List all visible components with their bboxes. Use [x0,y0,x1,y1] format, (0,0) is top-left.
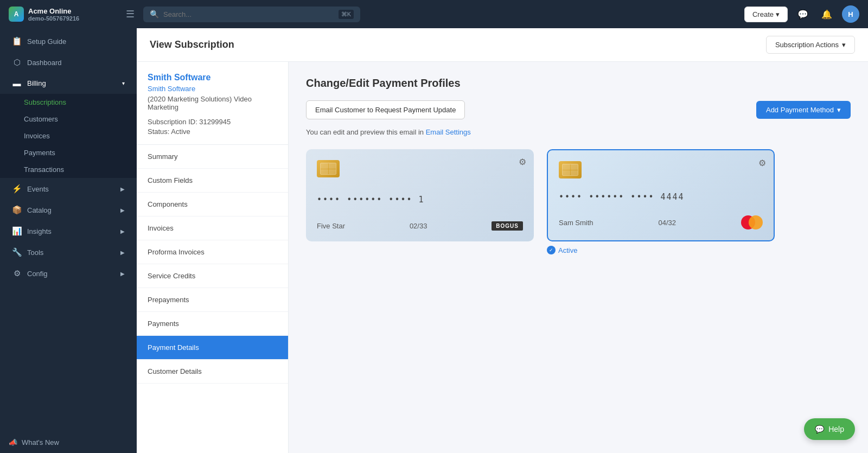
app-subtitle: demo-5057679216 [28,15,79,22]
topbar-actions: Create ▾ 💬 🔔 H [744,5,859,23]
sidebar: 📋 Setup Guide ⬡ Dashboard ▬ Billing ▾ Su… [0,28,137,453]
whats-new-icon: 📣 [9,438,17,446]
sidebar-item-billing[interactable]: ▬ Billing ▾ [3,73,133,93]
create-button[interactable]: Create ▾ [744,7,788,22]
card-chip-2 [559,161,582,178]
sidebar-child-customers[interactable]: Customers [0,111,137,127]
nav-item-proforma-invoices[interactable]: Proforma Invoices [137,240,288,264]
insights-chevron-icon: ▶ [120,228,125,234]
menu-icon[interactable]: ☰ [124,6,137,22]
card-settings-icon-1[interactable]: ⚙ [519,157,526,167]
subscription-status: Status: Active [148,127,277,136]
nav-item-payments[interactable]: Payments [137,312,288,336]
chip-inner-2 [562,164,578,176]
search-box[interactable]: 🔍 ⌘K [143,7,360,22]
sidebar-item-insights[interactable]: 📊 Insights ▶ [3,221,133,241]
active-dot-icon: ✓ [547,246,556,254]
sidebar-item-tools[interactable]: 🔧 Tools ▶ [3,242,133,263]
left-panel: Smith Software Smith Software (2020 Mark… [137,62,289,453]
dropdown-chevron-icon: ▾ [842,41,846,49]
payment-card-1: ⚙ •••• •••••• •••• 1 [306,149,534,254]
sidebar-child-subscriptions[interactable]: Subscriptions [0,94,137,111]
sidebar-label-config: Config [27,270,115,278]
card-number-1: •••• •••••• •••• 1 [317,195,523,205]
search-input[interactable] [163,10,334,18]
card-chip-1 [317,160,340,177]
chip-inner-1 [320,163,336,175]
email-customer-button[interactable]: Email Customer to Request Payment Update [306,100,465,119]
nav-item-invoices[interactable]: Invoices [137,216,288,240]
tools-icon: 🔧 [12,247,22,257]
nav-item-summary[interactable]: Summary [137,145,288,169]
panel-title: Change/Edit Payment Profiles [306,77,851,90]
cards-row: ⚙ •••• •••••• •••• 1 [306,149,851,254]
sidebar-section-main: 📋 Setup Guide ⬡ Dashboard ▬ Billing ▾ Su… [0,28,137,286]
sidebar-label-events: Events [27,185,115,193]
billing-chevron-icon: ▾ [122,80,125,86]
events-icon: ⚡ [12,184,22,194]
card-settings-icon-2[interactable]: ⚙ [758,158,766,168]
app-logo: A Acme Online demo-5057679216 [9,7,117,22]
catalog-chevron-icon: ▶ [120,207,125,213]
page-title: View Subscription [150,39,234,50]
layout: 📋 Setup Guide ⬡ Dashboard ▬ Billing ▾ Su… [0,28,868,453]
billing-icon: ▬ [12,79,22,88]
email-note: You can edit and preview this email in E… [306,128,851,136]
card-display-1: ⚙ •••• •••••• •••• 1 [306,149,534,241]
whats-new[interactable]: 📣 What's New [0,432,137,453]
card-name-2: Sam Smith [559,219,593,227]
chevron-down-icon: ▾ [776,10,780,18]
dashboard-icon: ⬡ [12,58,22,67]
search-icon: 🔍 [150,10,159,18]
sidebar-child-payments[interactable]: Payments [0,144,137,161]
sidebar-child-transactions[interactable]: Transactions [0,161,137,178]
email-settings-link[interactable]: Email Settings [426,128,471,136]
company-sub[interactable]: Smith Software [148,85,277,93]
company-name[interactable]: Smith Software [148,73,277,82]
card-expiry-1: 02/33 [410,222,427,230]
nav-item-customer-details[interactable]: Customer Details [137,360,288,384]
notifications-icon[interactable]: 🔔 [818,5,835,23]
tools-chevron-icon: ▶ [120,250,125,256]
nav-item-components[interactable]: Components [137,193,288,216]
subscription-id: Subscription ID: 31299945 [148,118,277,126]
actions-row: Email Customer to Request Payment Update… [306,100,851,119]
sidebar-label-catalog: Catalog [27,206,115,214]
nav-item-custom-fields[interactable]: Custom Fields [137,169,288,193]
help-icon: 💬 [815,425,824,433]
sidebar-label-insights: Insights [27,227,115,235]
main-area: View Subscription Subscription Actions ▾… [137,28,868,453]
subscription-actions-button[interactable]: Subscription Actions ▾ [766,36,855,54]
sidebar-item-setup-guide[interactable]: 📋 Setup Guide [3,31,133,52]
card-name-1: Five Star [317,222,345,230]
sidebar-label-dashboard: Dashboard [27,59,125,67]
sidebar-child-invoices[interactable]: Invoices [0,127,137,144]
nav-item-payment-details[interactable]: Payment Details [137,336,288,360]
events-chevron-icon: ▶ [120,186,125,192]
nav-item-prepayments[interactable]: Prepayments [137,288,288,312]
whats-new-label: What's New [22,438,59,446]
nav-item-service-credits[interactable]: Service Credits [137,264,288,288]
right-panel: Change/Edit Payment Profiles Email Custo… [289,62,868,453]
sidebar-item-catalog[interactable]: 📦 Catalog ▶ [3,200,133,220]
sidebar-item-config[interactable]: ⚙ Config ▶ [3,263,133,284]
sidebar-label-billing: Billing [27,79,117,87]
insights-icon: 📊 [12,226,22,236]
config-icon: ⚙ [12,269,22,278]
card-display-2: ⚙ •••• •••••• •••• 4444 [547,149,775,241]
left-panel-header: Smith Software Smith Software (2020 Mark… [137,62,288,145]
content-area: Smith Software Smith Software (2020 Mark… [137,62,868,453]
sidebar-item-dashboard[interactable]: ⬡ Dashboard [3,52,133,73]
messages-icon[interactable]: 💬 [794,5,812,23]
avatar[interactable]: H [842,5,859,23]
help-button[interactable]: 💬 Help [804,418,855,440]
search-shortcut: ⌘K [339,10,354,19]
sidebar-label-tools: Tools [27,248,115,257]
card-footer-1: Five Star 02/33 BOGUS [317,221,523,231]
page-header: View Subscription Subscription Actions ▾ [137,28,868,62]
add-payment-chevron-icon: ▾ [837,106,841,114]
mastercard-icon [741,215,763,229]
sidebar-item-events[interactable]: ⚡ Events ▶ [3,178,133,199]
payment-card-2: ⚙ •••• •••••• •••• 4444 [547,149,775,254]
add-payment-method-button[interactable]: Add Payment Method ▾ [756,101,851,119]
